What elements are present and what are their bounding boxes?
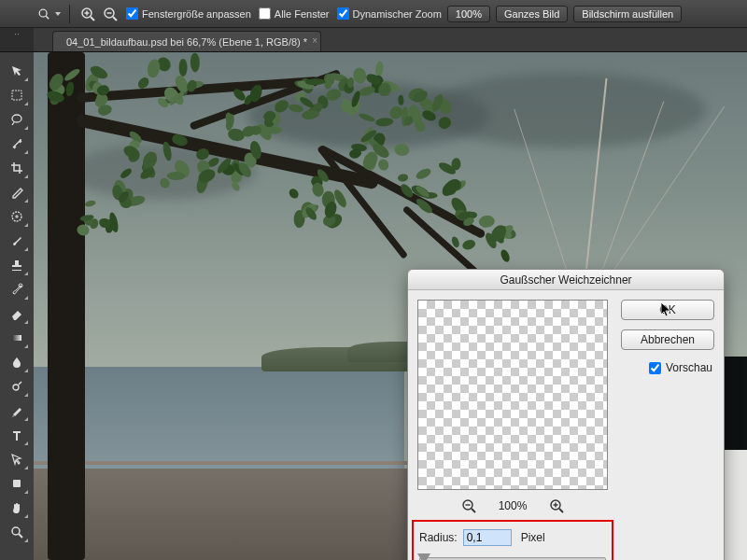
zoom-out-icon[interactable] <box>102 6 119 22</box>
tool-stamp[interactable] <box>5 254 29 276</box>
tool-healing[interactable] <box>5 205 29 228</box>
close-icon[interactable]: × <box>312 35 317 46</box>
dynamic-zoom-checkbox[interactable]: Dynamischer Zoom <box>337 7 442 20</box>
cancel-button[interactable]: Abbrechen <box>621 329 714 350</box>
tool-pen[interactable] <box>5 399 29 422</box>
tool-path-select[interactable] <box>5 448 29 470</box>
tool-blur[interactable] <box>5 351 29 373</box>
radius-slider-thumb[interactable] <box>417 553 430 560</box>
svg-point-20 <box>12 527 20 535</box>
svg-point-13 <box>20 139 21 141</box>
gaussian-blur-dialog: Gaußscher Weichzeichner 100% Radius: Pix… <box>407 269 725 560</box>
radius-input[interactable] <box>463 529 512 546</box>
dynamic-zoom-label: Dynamischer Zoom <box>353 8 442 20</box>
document-tab-title: 04_01_bildaufbau.psd bei 66,7% (Ebene 1,… <box>66 36 307 48</box>
filter-preview[interactable] <box>417 300 608 490</box>
options-bar: Fenstergröße anpassen Alle Fenster Dynam… <box>0 0 747 28</box>
fill-screen-button[interactable]: Bildschirm ausfüllen <box>573 6 682 22</box>
zoom-dropdown[interactable] <box>35 7 63 21</box>
tab-well-handle[interactable] <box>0 28 34 52</box>
tool-type[interactable] <box>5 424 29 446</box>
preview-checkbox-label: Vorschau <box>666 361 712 374</box>
whole-image-button[interactable]: Ganzes Bild <box>496 6 568 22</box>
svg-line-4 <box>46 16 49 19</box>
svg-line-18 <box>19 382 21 385</box>
fit-window-label: Fenstergröße anpassen <box>142 8 251 20</box>
svg-rect-19 <box>13 480 21 487</box>
tool-lasso[interactable] <box>5 108 29 131</box>
svg-line-21 <box>19 534 22 538</box>
preview-zoom-value: 100% <box>499 499 528 512</box>
svg-point-3 <box>39 9 47 17</box>
tool-crop[interactable] <box>5 157 29 179</box>
document-tab[interactable]: 04_01_bildaufbau.psd bei 66,7% (Ebene 1,… <box>52 31 321 51</box>
document-canvas[interactable]: Gaußscher Weichzeichner 100% Radius: Pix… <box>34 52 747 560</box>
svg-line-10 <box>113 17 117 21</box>
tool-hand[interactable] <box>5 497 29 519</box>
radius-unit: Pixel <box>521 531 545 544</box>
document-tabstrip: 04_01_bildaufbau.psd bei 66,7% (Ebene 1,… <box>34 28 747 52</box>
tool-gradient[interactable] <box>5 327 29 349</box>
zoom-level-button[interactable]: 100% <box>447 6 490 22</box>
svg-line-23 <box>472 509 475 512</box>
svg-rect-16 <box>12 335 21 341</box>
ok-button[interactable]: OK <box>621 300 714 320</box>
ok-label: OK <box>659 303 675 316</box>
svg-line-26 <box>559 509 563 512</box>
preview-zoom-out-icon[interactable] <box>461 498 476 513</box>
tool-zoom[interactable] <box>5 521 29 543</box>
svg-line-6 <box>91 17 94 21</box>
tool-history-brush[interactable] <box>5 278 29 301</box>
tool-eyedropper[interactable] <box>5 181 29 203</box>
dialog-title: Gaußscher Weichzeichner <box>408 270 724 290</box>
preview-zoom-in-icon[interactable] <box>549 498 564 513</box>
zoom-in-icon[interactable] <box>79 6 96 22</box>
tool-dodge[interactable] <box>5 375 29 398</box>
fit-window-checkbox[interactable]: Fenstergröße anpassen <box>126 7 251 20</box>
tool-palette <box>0 52 34 560</box>
preview-checkbox[interactable]: Vorschau <box>649 361 712 374</box>
all-windows-checkbox[interactable]: Alle Fenster <box>259 7 330 20</box>
tool-marquee[interactable] <box>5 84 29 106</box>
all-windows-label: Alle Fenster <box>275 8 330 20</box>
tool-magic-wand[interactable] <box>5 133 29 155</box>
svg-point-17 <box>13 385 19 390</box>
tool-brush[interactable] <box>5 230 29 252</box>
tool-eraser[interactable] <box>5 302 29 325</box>
svg-rect-12 <box>12 91 21 100</box>
cancel-label: Abbrechen <box>641 333 695 346</box>
radius-label: Radius: <box>419 531 458 544</box>
tool-shape[interactable] <box>5 472 29 495</box>
tool-move[interactable] <box>5 60 29 82</box>
